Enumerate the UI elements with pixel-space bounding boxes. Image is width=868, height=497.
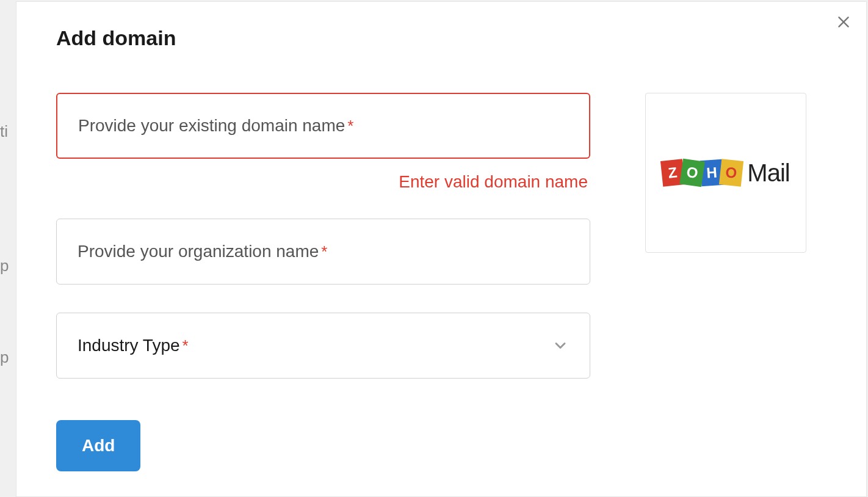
- required-indicator: *: [183, 336, 189, 355]
- chevron-down-icon: [552, 337, 569, 354]
- domain-error-message: Enter valid domain name: [56, 172, 590, 192]
- close-icon: [836, 14, 852, 30]
- zoho-o2-block: O: [719, 159, 743, 187]
- background-hint: p: [0, 348, 16, 367]
- modal-title: Add domain: [56, 26, 826, 50]
- modal-content: Provide your existing domain name* Enter…: [56, 93, 826, 471]
- mail-text: Mail: [747, 159, 789, 187]
- industry-placeholder: Industry Type*: [78, 336, 189, 355]
- background-hint: p: [0, 256, 16, 275]
- close-button[interactable]: [834, 13, 853, 31]
- domain-name-input[interactable]: Provide your existing domain name*: [56, 93, 590, 159]
- zoho-blocks: Z O H O: [662, 160, 742, 186]
- org-field-wrap: Provide your organization name*: [56, 219, 590, 285]
- background-hint: ti: [0, 122, 16, 141]
- zoho-o1-block: O: [680, 159, 705, 187]
- form-column: Provide your existing domain name* Enter…: [56, 93, 590, 471]
- industry-type-select[interactable]: Industry Type*: [56, 313, 590, 379]
- zoho-mail-logo-card: Z O H O Mail: [645, 93, 806, 253]
- zoho-mail-logo: Z O H O Mail: [662, 159, 789, 187]
- organization-name-input[interactable]: Provide your organization name*: [56, 219, 590, 285]
- domain-placeholder: Provide your existing domain name*: [78, 116, 353, 136]
- domain-field-wrap: Provide your existing domain name* Enter…: [56, 93, 590, 192]
- required-indicator: *: [347, 117, 353, 135]
- add-button[interactable]: Add: [56, 420, 140, 471]
- required-indicator: *: [321, 242, 327, 261]
- org-placeholder: Provide your organization name*: [78, 242, 327, 261]
- add-domain-modal: Add domain Provide your existing domain …: [16, 1, 867, 497]
- industry-field-wrap: Industry Type*: [56, 313, 590, 379]
